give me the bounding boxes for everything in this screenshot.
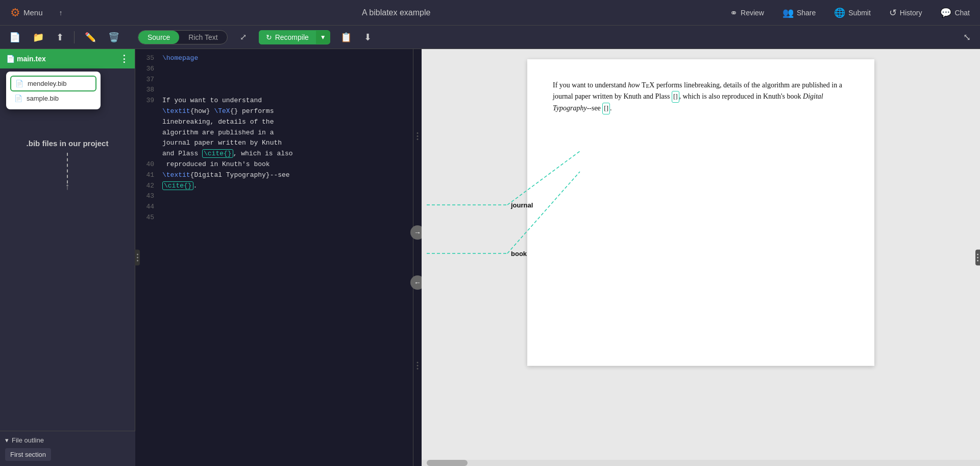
bib-file-icon-1: 📄 xyxy=(15,80,23,87)
chevron-down-icon-outline: ▾ xyxy=(5,436,9,444)
recompile-label: Recompile xyxy=(275,33,309,41)
current-file-name: main.tex xyxy=(15,55,119,63)
new-file-icon: 📄 xyxy=(9,32,20,42)
review-button[interactable]: ⚭ Review xyxy=(726,5,768,20)
upload-file-icon: ⬆ xyxy=(56,32,64,42)
source-richtext-toggle: Source Rich Text xyxy=(138,30,228,44)
submit-icon: 🌐 xyxy=(834,7,845,18)
new-file-button[interactable]: 📄 xyxy=(5,30,24,45)
code-line-45 xyxy=(162,244,409,255)
file-popup-item-sample[interactable]: 📄 sample.bib xyxy=(10,91,96,105)
bib-file-icon-2: 📄 xyxy=(14,95,22,102)
code-line-39c: linebreaking, details of the xyxy=(162,117,409,128)
preview-content: If you want to understand how TEX perfor… xyxy=(527,59,874,366)
code-line-36 xyxy=(162,64,409,75)
editor-content[interactable]: 35 36 37 38 39 40 41 42 43 44 45 \homepa… xyxy=(135,49,413,466)
cite-box-2[interactable]: \cite{} xyxy=(162,181,193,190)
code-line-37 xyxy=(162,75,409,85)
chat-button[interactable]: 💬 Chat xyxy=(936,5,974,20)
share-button[interactable]: 👥 Share xyxy=(778,5,820,20)
chat-label: Chat xyxy=(954,9,970,17)
code-line-43 xyxy=(162,223,409,234)
history-button[interactable]: ↺ History xyxy=(885,5,926,20)
upload-file-button[interactable]: ⬆ xyxy=(52,30,68,45)
share-label: Share xyxy=(797,9,816,17)
toolbar-divider-1 xyxy=(74,31,75,43)
sample-bib-label: sample.bib xyxy=(27,95,59,102)
expand-editor-button[interactable]: ⤢ xyxy=(236,30,251,44)
submit-label: Submit xyxy=(848,9,871,17)
outline-item-first-section[interactable]: First section xyxy=(5,448,51,461)
recompile-dropdown-button[interactable]: ▼ xyxy=(316,31,330,44)
file-popup: 📄 mendeley.bib 📄 sample.bib xyxy=(6,72,101,109)
collapse-icon: ⤡ xyxy=(963,32,971,42)
code-line-38 xyxy=(162,85,409,96)
collapse-preview-handle[interactable] xyxy=(975,250,980,266)
edit-button[interactable]: ✏️ xyxy=(81,30,100,45)
preview-cite-2: [] xyxy=(602,103,610,114)
collapse-sidebar-handle[interactable] xyxy=(135,250,140,266)
history-icon: ↺ xyxy=(889,7,897,18)
file-icon: 📄 xyxy=(6,55,15,63)
download-pdf-button[interactable]: ⬇ xyxy=(360,30,376,45)
download-icon: ⬇ xyxy=(364,32,372,42)
chat-icon: 💬 xyxy=(940,7,951,18)
expand-icon: ⤢ xyxy=(240,33,247,41)
chevron-down-icon: ▼ xyxy=(320,34,326,41)
code-line-40 xyxy=(162,191,409,202)
delete-button[interactable]: 🗑️ xyxy=(104,30,124,45)
collapse-preview-button[interactable]: ⤡ xyxy=(959,30,975,45)
recompile-group: ↻ Recompile ▼ xyxy=(259,30,330,44)
rich-text-tab[interactable]: Rich Text xyxy=(179,31,227,44)
pencil-icon: ✏️ xyxy=(85,32,96,42)
navbar-right: ⚭ Review 👥 Share 🌐 Submit ↺ History 💬 Ch… xyxy=(726,5,974,20)
code-area[interactable]: \homepage If you want to understand \tex… xyxy=(158,49,413,466)
code-line-35: \homepage xyxy=(162,53,409,64)
pdf-options-button[interactable]: 📋 xyxy=(336,30,356,45)
bib-files-note: .bib files in our project xyxy=(8,130,127,151)
upload-button[interactable]: ↑ xyxy=(55,7,67,19)
line-numbers: 35 36 37 38 39 40 41 42 43 44 45 xyxy=(135,49,158,227)
document-icon: 📋 xyxy=(340,32,352,42)
app-title: A biblatex example xyxy=(67,8,726,17)
share-icon: 👥 xyxy=(782,7,794,18)
outline-label: File outline xyxy=(12,436,44,444)
code-line-39b: \textit{how} \TeX{} performs xyxy=(162,106,409,117)
preview-scrollbar-thumb[interactable] xyxy=(427,460,468,466)
file-popup-item-mendeley[interactable]: 📄 mendeley.bib xyxy=(10,76,96,91)
toolbar: 📄 📁 ⬆ ✏️ 🗑️ Source Rich Text ⤢ ↻ Recompi… xyxy=(0,26,980,49)
code-line-39g: reproduced in Knuth's book xyxy=(162,159,409,170)
submit-button[interactable]: 🌐 Submit xyxy=(830,5,875,20)
code-line-39i: \cite{}. xyxy=(162,181,409,192)
cite-box-1[interactable]: \cite{} xyxy=(202,149,233,158)
current-file-header[interactable]: 📄 main.tex ⋮ xyxy=(0,49,135,68)
menu-button[interactable]: ⚙ Menu xyxy=(6,4,47,21)
upload-icon: ↑ xyxy=(59,9,63,17)
menu-label: Menu xyxy=(23,8,43,17)
recompile-button[interactable]: ↻ Recompile xyxy=(259,30,316,44)
history-label: History xyxy=(900,9,922,17)
folder-icon: 📁 xyxy=(33,32,44,42)
main-area: 📄 main.tex ⋮ 📄 mendeley.bib 📄 sample.bib… xyxy=(0,49,980,466)
review-label: Review xyxy=(741,9,764,17)
preview-scrollbar[interactable] xyxy=(422,460,980,466)
preview-text: If you want to understand how TEX perfor… xyxy=(553,80,849,114)
more-options-icon[interactable]: ⋮ xyxy=(119,53,129,64)
review-icon: ⚭ xyxy=(730,7,738,18)
code-line-42 xyxy=(162,213,409,223)
preview-panel: If you want to understand how TEX perfor… xyxy=(422,49,980,466)
code-line-39f: and Plass \cite{}, which is also xyxy=(162,149,409,159)
code-line-44 xyxy=(162,234,409,245)
code-line-39: If you want to understand xyxy=(162,96,409,106)
navbar: ⚙ Menu ↑ A biblatex example ⚭ Review 👥 S… xyxy=(0,0,980,26)
book-annotation: book xyxy=(511,250,527,258)
code-line-39h: \textit{Digital Typography}--see xyxy=(162,170,409,181)
source-tab[interactable]: Source xyxy=(138,31,179,44)
navbar-left: ⚙ Menu ↑ xyxy=(6,4,67,21)
editor-preview-divider[interactable]: → ← xyxy=(413,49,422,466)
open-file-button[interactable]: 📁 xyxy=(29,30,48,45)
sidebar: 📄 main.tex ⋮ 📄 mendeley.bib 📄 sample.bib… xyxy=(0,49,135,466)
preview-cite-1: [] xyxy=(672,91,679,103)
overleaf-icon: ⚙ xyxy=(10,6,20,19)
code-line-39d: algorithm are published in a xyxy=(162,128,409,138)
